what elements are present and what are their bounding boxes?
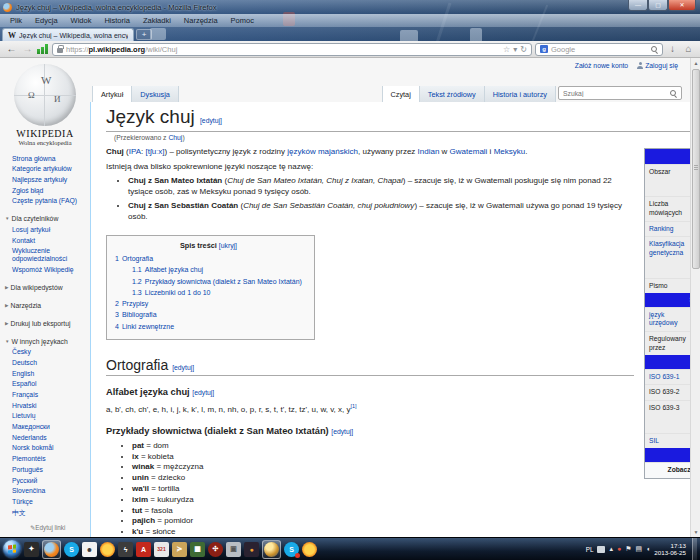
taskbar-icon-fan-app[interactable]: ✣ — [208, 542, 223, 557]
toc-toggle[interactable]: [ukryj] — [219, 242, 237, 249]
toc-item[interactable]: 1.1Alfabet języka chuj — [115, 264, 302, 275]
toc-item[interactable]: 3Bibliografia — [115, 309, 302, 320]
downloads-icon[interactable]: ↓ — [666, 42, 679, 56]
tab-dyskusja[interactable]: Dyskusja — [131, 86, 179, 102]
taskbar-icon-game[interactable]: ≽ — [172, 542, 187, 557]
printer-tray-icon[interactable] — [597, 546, 605, 553]
edit-section-link[interactable]: [edytuj] — [192, 389, 214, 396]
sidebar-section-wikipedysci[interactable]: ▶Dla wikipedystów — [0, 282, 90, 293]
menu-widok[interactable]: Widok — [65, 15, 98, 26]
interwiki-mk[interactable]: Македонски — [0, 422, 90, 433]
reload-icon[interactable]: ↻ — [520, 44, 527, 55]
sidebar-section-narzedzia[interactable]: ▶Narzędzia — [0, 300, 90, 311]
mexico-link[interactable]: Meksyku — [494, 147, 526, 156]
back-button[interactable]: ← — [5, 42, 18, 56]
menu-pomoc[interactable]: Pomoc — [225, 15, 260, 26]
taskbar-icon-sun-app-2[interactable] — [302, 542, 317, 557]
close-button[interactable]: ✕ — [668, 0, 696, 11]
edit-section-link[interactable]: [edytuj] — [200, 117, 222, 124]
toc-item[interactable]: 1Ortografia — [115, 253, 302, 264]
edit-interwiki-links[interactable]: ✎Edytuj linki — [0, 524, 90, 531]
flag-tray-icon[interactable]: ⚑ — [625, 545, 631, 553]
maximize-button[interactable]: ▢ — [648, 0, 668, 11]
taskbar-clock[interactable]: 17:13 2013-06-25 — [654, 542, 688, 557]
interwiki-pt[interactable]: Português — [0, 464, 90, 475]
sidebar-item-losuj[interactable]: Losuj artykuł — [0, 224, 90, 235]
sidebar-item-strona-glowna[interactable]: Strona główna — [0, 153, 90, 164]
sidebar-item-najlepsze[interactable]: Najlepsze artykuły — [0, 174, 90, 185]
scroll-up-arrow[interactable]: ▲ — [691, 58, 700, 68]
edit-section-link[interactable]: [edytuj] — [331, 428, 353, 435]
mayan-languages-link[interactable]: języków majańskich — [287, 147, 358, 156]
menu-historia[interactable]: Historia — [98, 15, 135, 26]
wikipedia-wordmark[interactable]: WIKIPEDIA — [0, 128, 90, 139]
interwiki-no[interactable]: Norsk bokmål — [0, 443, 90, 454]
vertical-scrollbar[interactable]: ▲ ▼ — [690, 58, 700, 537]
wikipedia-globe-logo[interactable]: W Ω И — [14, 64, 76, 126]
taskbar-icon-messenger[interactable]: ☻ — [82, 542, 97, 557]
tab-historia[interactable]: Historia i autorzy — [484, 86, 556, 102]
sidebar-item-wspomoz[interactable]: Wspomóż Wikipedię — [0, 264, 90, 275]
menu-plik[interactable]: Plik — [4, 15, 28, 26]
language-indicator[interactable]: PL — [586, 546, 594, 553]
edit-section-link[interactable]: [edytuj] — [172, 364, 194, 371]
url-bar[interactable]: https://pl.wikipedia.org/wiki/Chuj ☆ ▾ ↻ — [52, 43, 532, 56]
toc-item[interactable]: 1.2Przykłady słownictwa (dialekt z San M… — [115, 276, 302, 287]
volume-tray-icon[interactable]: ◖ — [646, 545, 650, 553]
addon-bars-icon[interactable] — [37, 44, 49, 54]
taskbar-icon-media-player[interactable]: ● — [244, 542, 259, 557]
tab-artykul[interactable]: Artykuł — [92, 86, 131, 102]
interwiki-ru[interactable]: Русский — [0, 475, 90, 486]
ipa-link[interactable]: IPA — [129, 147, 141, 156]
home-icon[interactable]: ⌂ — [682, 42, 695, 56]
menu-narzedzia[interactable]: Narzędzia — [178, 15, 224, 26]
browser-search-bar[interactable]: g Google — [535, 43, 663, 56]
new-tab-button[interactable]: + — [136, 29, 152, 40]
toc-item[interactable]: 2Przypisy — [115, 298, 302, 309]
login-link[interactable]: Zaloguj się — [637, 62, 678, 69]
search-magnifier-icon[interactable] — [651, 46, 658, 53]
taskbar-icon-skype-notify[interactable]: S — [284, 542, 299, 557]
infobox-label-link[interactable]: Ranking — [649, 225, 674, 232]
scrollbar-thumb[interactable] — [692, 69, 700, 269]
interwiki-fr[interactable]: Français — [0, 389, 90, 400]
taskbar-icon-terrain-app[interactable]: ▦ — [190, 542, 205, 557]
start-button[interactable] — [3, 540, 21, 558]
interwiki-tr[interactable]: Türkçe — [0, 496, 90, 507]
interwiki-cs[interactable]: Česky — [0, 347, 90, 358]
interwiki-es[interactable]: Español — [0, 379, 90, 390]
menu-edycja[interactable]: Edycja — [29, 15, 64, 26]
sidebar-section-czytelnicy[interactable]: ▼Dla czytelników — [0, 213, 90, 224]
minimize-button[interactable]: — — [628, 0, 648, 11]
taskbar-icon-figure-app[interactable]: ϟ — [118, 542, 133, 557]
taskbar-icon-firefox-active[interactable] — [42, 540, 61, 559]
sidebar-section-drukuj[interactable]: ▶Drukuj lub eksportuj — [0, 318, 90, 329]
alert-tray-icon[interactable]: ● — [617, 545, 621, 553]
scroll-down-arrow[interactable]: ▼ — [691, 527, 700, 537]
google-engine-icon[interactable]: g — [540, 45, 548, 53]
tab-tekst-zrodlowy[interactable]: Tekst źródłowy — [419, 86, 484, 102]
reference-link[interactable]: [1] — [350, 403, 356, 409]
interwiki-hr[interactable]: Hrvatski — [0, 400, 90, 411]
ipa-transcription-link[interactable]: [tʃuːx] — [145, 147, 164, 156]
taskbar-icon-photos[interactable]: ▣ — [226, 542, 241, 557]
sidebar-item-kategorie[interactable]: Kategorie artykułów — [0, 164, 90, 175]
browser-tab[interactable]: W Język chuj – Wikipedia, wolna encyklop… — [2, 28, 134, 41]
create-account-link[interactable]: Załóż nowe konto — [575, 62, 628, 69]
sidebar-item-zglos-blad[interactable]: Zgłoś błąd — [0, 185, 90, 196]
taskbar-icon-app-dark[interactable]: ✦ — [24, 542, 39, 557]
wiki-search-box[interactable] — [558, 86, 682, 100]
redirect-link[interactable]: Chuj — [168, 134, 182, 141]
interwiki-lt[interactable]: Lietuvių — [0, 411, 90, 422]
indians-link[interactable]: Indian — [418, 147, 440, 156]
interwiki-pms[interactable]: Piemontèis — [0, 454, 90, 465]
taskbar-icon-sun-app[interactable] — [100, 542, 115, 557]
infobox-label-link[interactable]: język urzędowy — [649, 311, 678, 327]
taskbar-icon-adobe-reader[interactable]: A — [136, 542, 151, 557]
sidebar-section-jezyki[interactable]: ▼W innych językach — [0, 336, 90, 347]
tray-expand-icon[interactable]: ▴ — [609, 545, 613, 553]
interwiki-en[interactable]: English — [0, 368, 90, 379]
bookmark-star-icon[interactable]: ☆ — [503, 44, 510, 55]
show-desktop-button[interactable] — [692, 538, 697, 560]
infobox-label-link[interactable]: SIL — [649, 437, 659, 444]
